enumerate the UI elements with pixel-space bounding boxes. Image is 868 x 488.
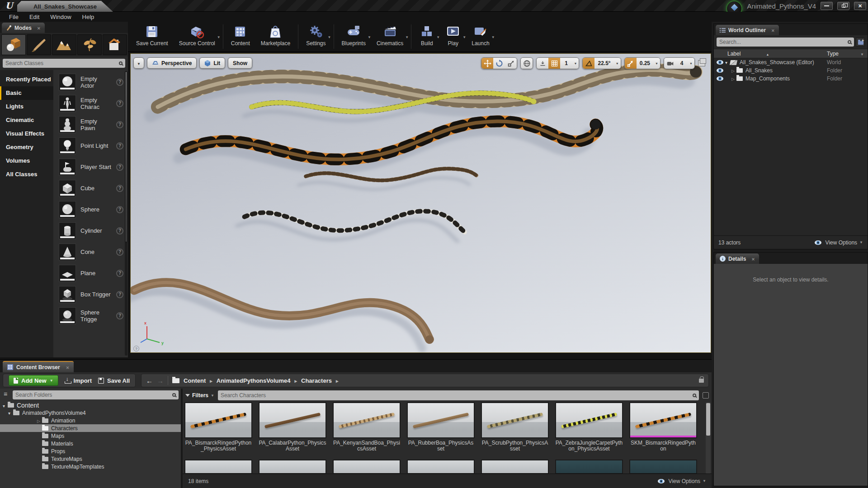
chevron-down-icon[interactable]: [572, 58, 579, 69]
scale-snap-value[interactable]: 0.25: [637, 58, 653, 69]
settings-button[interactable]: Settings: [301, 23, 331, 47]
tab-world-outliner[interactable]: World Outliner: [716, 25, 779, 35]
tree-materials[interactable]: Materials: [0, 440, 181, 447]
outliner-view-options[interactable]: View Options: [812, 239, 863, 246]
perspective-button[interactable]: Perspective: [147, 57, 197, 69]
placeable-cone[interactable]: Cone: [53, 241, 128, 263]
chevron-down-icon[interactable]: [328, 35, 331, 39]
chevron-down-icon[interactable]: [491, 35, 495, 39]
placeable-cylinder[interactable]: Cylinder: [53, 220, 128, 241]
mode-paint[interactable]: [27, 34, 51, 55]
help-icon[interactable]: [116, 270, 123, 277]
camera-speed-value[interactable]: 4: [676, 58, 688, 69]
save-search-icon[interactable]: [703, 392, 709, 399]
asset-tile[interactable]: PA_BismarckRingedPython_PhysicsAsset: [184, 402, 252, 452]
outliner-header[interactable]: Label Type: [714, 49, 868, 58]
help-icon[interactable]: [116, 164, 123, 171]
maximize-viewport-icon[interactable]: [698, 60, 705, 66]
placeable-plane[interactable]: Plane: [53, 263, 128, 284]
help-icon[interactable]: [116, 291, 123, 298]
content-button[interactable]: Content: [226, 23, 255, 47]
rotation-snap-toggle[interactable]: [583, 58, 594, 69]
tree-animation[interactable]: Animation: [0, 417, 181, 424]
help-icon[interactable]: [116, 249, 123, 256]
sources-toggle-icon[interactable]: [2, 391, 10, 399]
category-geometry[interactable]: Geometry: [0, 141, 53, 154]
outliner-row-folder[interactable]: All_Snakes Folder: [714, 66, 868, 75]
close-icon[interactable]: [34, 25, 41, 31]
forward-arrow-icon[interactable]: [157, 377, 164, 385]
breadcrumb-separator-icon[interactable]: [294, 377, 297, 384]
visibility-eye-icon[interactable]: [717, 60, 723, 65]
menu-edit[interactable]: Edit: [24, 13, 45, 21]
tree-volume[interactable]: AnimatedPythonsVolume4: [0, 409, 181, 417]
breadcrumb-content[interactable]: Content: [184, 377, 206, 384]
asset-tile[interactable]: PA_ZebraJungleCarpetPython_PhysicsAsset: [555, 402, 623, 452]
modes-scrollbar[interactable]: [125, 71, 127, 356]
tab-details[interactable]: i Details: [716, 253, 759, 264]
restore-button[interactable]: [837, 2, 849, 10]
close-icon[interactable]: [63, 364, 70, 371]
placeable-player-start[interactable]: Player Start: [53, 156, 128, 178]
visibility-eye-icon[interactable]: [717, 76, 723, 81]
tree-props[interactable]: Props: [0, 447, 181, 455]
category-basic[interactable]: Basic: [0, 86, 53, 100]
tab-content-browser[interactable]: Content Browser: [3, 361, 74, 372]
tree-characters[interactable]: Characters: [0, 424, 181, 432]
close-icon[interactable]: [749, 256, 755, 262]
world-space-button[interactable]: [521, 58, 533, 69]
category-volumes[interactable]: Volumes: [0, 154, 53, 168]
asset-tile[interactable]: PA_ScrubPython_PhysicsAsset: [481, 402, 549, 452]
category-cinematic[interactable]: Cinematic: [0, 113, 53, 127]
lock-icon[interactable]: [699, 379, 704, 383]
expand-arrow-icon[interactable]: [8, 410, 13, 416]
visibility-eye-icon[interactable]: [717, 68, 723, 73]
lit-button[interactable]: Lit: [199, 57, 225, 69]
outliner-row-folder[interactable]: Map_Components Folder: [714, 75, 868, 83]
collapsed-arrow-icon[interactable]: [731, 75, 736, 82]
placeable-sphere[interactable]: Sphere: [53, 199, 128, 220]
tree-texturemaps[interactable]: TextureMaps: [0, 455, 181, 463]
asset-tile[interactable]: PA_CalabarPython_PhysicsAsset: [259, 402, 326, 452]
outliner-row-world[interactable]: All_Snakes_Showcase (Editor) World: [714, 58, 868, 66]
grid-snap-toggle[interactable]: [548, 58, 560, 69]
blueprints-button[interactable]: Blueprints: [336, 23, 371, 47]
search-classes-input[interactable]: [5, 60, 117, 66]
scale-tool-button[interactable]: [505, 58, 517, 69]
asset-tile[interactable]: PA_KenyanSandBoa_PhysicsAsset: [333, 402, 401, 452]
chevron-down-icon[interactable]: [614, 58, 621, 69]
help-icon[interactable]: [133, 346, 139, 352]
breadcrumb-characters[interactable]: Characters: [301, 377, 332, 384]
outliner-search-input[interactable]: [719, 39, 845, 45]
build-button[interactable]: Build: [414, 23, 440, 47]
chevron-down-icon[interactable]: [368, 35, 371, 39]
back-arrow-icon[interactable]: [146, 377, 153, 385]
category-recently-placed[interactable]: Recently Placed: [0, 73, 53, 86]
rotation-snap-value[interactable]: 22.5°: [594, 58, 613, 69]
placeable-empty-actor[interactable]: Empty Actor: [53, 71, 128, 93]
cinematics-button[interactable]: Cinematics: [371, 23, 409, 47]
asset-thumbnail-partial[interactable]: [481, 460, 549, 474]
search-classes-box[interactable]: [3, 59, 125, 68]
help-icon[interactable]: [116, 100, 123, 107]
mode-geometry[interactable]: [103, 34, 127, 55]
chevron-down-icon[interactable]: [462, 35, 466, 39]
category-all-classes[interactable]: All Classes: [0, 168, 53, 181]
grid-snap-value[interactable]: 1: [560, 58, 572, 69]
asset-thumbnail-partial[interactable]: [629, 460, 697, 474]
launch-button[interactable]: Launch: [466, 23, 495, 47]
folder-search-input[interactable]: [15, 392, 170, 398]
collapsed-arrow-icon[interactable]: [37, 418, 42, 424]
column-filter-icon[interactable]: [860, 51, 864, 57]
placeable-point-light[interactable]: Point Light: [53, 135, 128, 156]
asset-grid-scrollbar[interactable]: [706, 402, 711, 474]
asset-search-input[interactable]: [221, 392, 690, 399]
tree-content[interactable]: Content: [0, 401, 181, 409]
tree-maps[interactable]: Maps: [0, 432, 181, 440]
close-button[interactable]: [854, 2, 866, 10]
placeable-empty-pawn[interactable]: Empty Pawn: [53, 114, 128, 135]
help-icon[interactable]: [116, 121, 123, 128]
mode-place[interactable]: [1, 34, 26, 55]
chevron-down-icon[interactable]: [217, 35, 221, 39]
expand-arrow-icon[interactable]: [3, 402, 8, 409]
